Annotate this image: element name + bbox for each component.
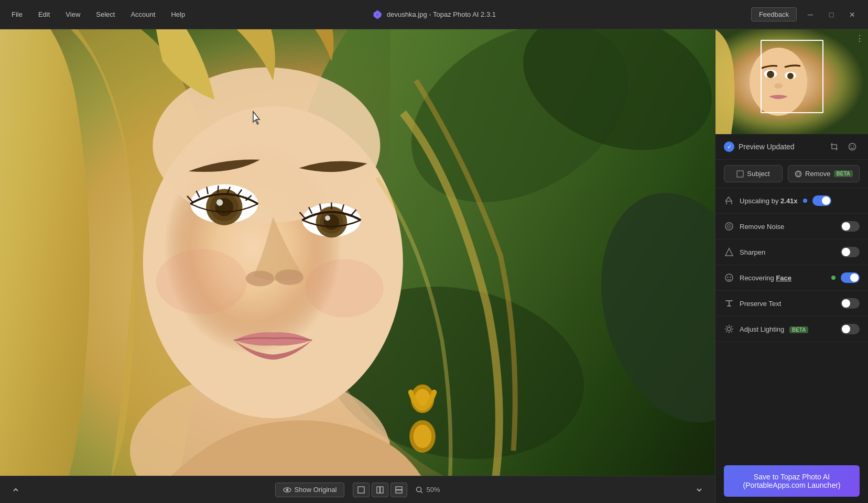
- svg-point-22: [325, 215, 330, 221]
- subject-button[interactable]: Subject: [724, 165, 783, 182]
- close-button[interactable]: ✕: [845, 7, 860, 22]
- feature-upscaling[interactable]: Upscaling by 2.41x: [715, 188, 868, 214]
- adjust-lighting-toggle[interactable]: [841, 324, 860, 334]
- svg-point-12: [153, 68, 380, 224]
- canvas-content[interactable]: [0, 29, 715, 476]
- subject-remove-bar: Subject Remove BETA: [715, 160, 868, 188]
- face-recovery-icon: [724, 272, 734, 283]
- svg-point-38: [417, 487, 421, 491]
- feature-adjust-lighting[interactable]: Adjust Lighting BETA: [715, 316, 868, 342]
- svg-rect-34: [377, 487, 380, 493]
- view-mode-split-h[interactable]: [372, 483, 388, 497]
- svg-line-39: [421, 491, 423, 493]
- maximize-button[interactable]: □: [824, 7, 839, 22]
- adjust-lighting-icon: [724, 324, 734, 334]
- preserve-text-toggle[interactable]: [841, 298, 860, 309]
- feature-remove-noise[interactable]: Remove Noise: [715, 214, 868, 239]
- bottom-toolbar: Show Original: [0, 476, 715, 503]
- feedback-button[interactable]: Feedback: [751, 7, 797, 21]
- remove-noise-icon: [724, 221, 734, 232]
- canvas-area: Show Original: [0, 29, 715, 503]
- feature-face-recovery[interactable]: Recovering Face: [715, 265, 868, 291]
- svg-point-26: [306, 259, 384, 318]
- preview-action-buttons: [827, 139, 860, 154]
- view-mode-single[interactable]: [353, 483, 370, 497]
- right-sidebar: ⋮ ✓ Preview Updated: [715, 29, 868, 503]
- svg-point-49: [851, 146, 852, 147]
- preview-updated-bar: ✓ Preview Updated: [715, 134, 868, 160]
- svg-rect-35: [381, 487, 384, 493]
- remove-icon: [795, 170, 802, 178]
- toolbar-center: Show Original: [29, 483, 686, 497]
- remove-noise-label: Remove Noise: [740, 223, 836, 231]
- feature-preserve-text[interactable]: Preserve Text: [715, 291, 868, 316]
- svg-point-32: [286, 488, 288, 491]
- feature-sharpen[interactable]: Sharpen: [715, 239, 868, 265]
- svg-point-59: [728, 327, 731, 331]
- upscaling-label: Upscaling by 2.41x: [740, 197, 798, 205]
- zoom-value: 50%: [426, 486, 440, 494]
- sidebar-spacer: [715, 342, 868, 459]
- view-mode-split-v[interactable]: [390, 483, 407, 497]
- remove-noise-toggle[interactable]: [841, 221, 860, 232]
- window-title-area: devushka.jpg - Topaz Photo AI 2.3.1: [372, 9, 496, 20]
- svg-point-30: [414, 425, 432, 449]
- minimize-button[interactable]: ─: [803, 7, 818, 22]
- zoom-icon: [416, 486, 423, 494]
- menu-view[interactable]: View: [62, 8, 83, 20]
- adjust-lighting-beta-badge: BETA: [789, 326, 808, 333]
- menu-help[interactable]: Help: [168, 8, 188, 20]
- svg-rect-36: [396, 487, 402, 490]
- adjust-lighting-label: Adjust Lighting BETA: [740, 325, 836, 333]
- menu-file[interactable]: File: [8, 8, 26, 20]
- preview-updated-check-icon: ✓: [724, 141, 734, 152]
- remove-button[interactable]: Remove BETA: [788, 165, 860, 182]
- thumbnail-area: ⋮: [715, 29, 868, 134]
- face-recovery-toggle[interactable]: [841, 272, 860, 283]
- thumbnail-more-button[interactable]: ⋮: [855, 34, 864, 43]
- window-title: devushka.jpg - Topaz Photo AI 2.3.1: [387, 10, 496, 18]
- menu-edit[interactable]: Edit: [35, 8, 53, 20]
- expand-panel-button[interactable]: [692, 483, 707, 497]
- face-recovery-active-dot: [831, 276, 836, 280]
- sharpen-icon: [724, 247, 734, 257]
- eye-icon: [283, 486, 291, 494]
- crop-icon[interactable]: [827, 139, 842, 154]
- sharpen-toggle[interactable]: [841, 247, 860, 257]
- svg-point-55: [729, 226, 730, 227]
- menu-bar: File Edit View Select Account Help: [8, 8, 188, 20]
- svg-point-50: [853, 146, 854, 147]
- menu-select[interactable]: Select: [93, 8, 118, 20]
- collapse-panel-button[interactable]: [8, 483, 23, 497]
- show-original-button[interactable]: Show Original: [275, 483, 345, 497]
- preview-updated-label: Preview Updated: [739, 143, 823, 151]
- svg-rect-33: [358, 487, 364, 493]
- svg-point-23: [246, 271, 275, 287]
- remove-beta-badge: BETA: [834, 170, 853, 177]
- menu-account[interactable]: Account: [127, 8, 158, 20]
- save-button[interactable]: Save to Topaz Photo AI (PortableApps.com…: [724, 465, 860, 497]
- main-layout: Show Original: [0, 29, 868, 503]
- svg-rect-51: [737, 171, 743, 177]
- svg-point-57: [727, 277, 728, 278]
- titlebar: File Edit View Select Account Help devus…: [0, 0, 868, 29]
- toolbar-right: [692, 483, 707, 497]
- svg-point-58: [730, 277, 731, 278]
- preserve-text-label: Preserve Text: [740, 300, 836, 308]
- smiley-icon[interactable]: [845, 139, 860, 154]
- toolbar-left: [8, 483, 23, 497]
- sharpen-label: Sharpen: [740, 248, 836, 256]
- upscale-icon: [724, 195, 734, 206]
- upscaling-toggle[interactable]: [812, 195, 831, 206]
- svg-point-25: [156, 249, 247, 314]
- svg-rect-37: [396, 490, 402, 493]
- zoom-control: 50%: [416, 486, 440, 494]
- svg-point-24: [275, 269, 304, 285]
- thumbnail-viewport-indicator: [761, 40, 823, 113]
- upscaling-active-dot: [803, 199, 807, 203]
- subject-icon: [736, 170, 744, 178]
- face-recovery-label: Recovering Face: [740, 274, 826, 282]
- view-mode-buttons: [353, 483, 407, 497]
- titlebar-right-controls: Feedback ─ □ ✕: [751, 7, 860, 22]
- svg-point-17: [216, 199, 223, 205]
